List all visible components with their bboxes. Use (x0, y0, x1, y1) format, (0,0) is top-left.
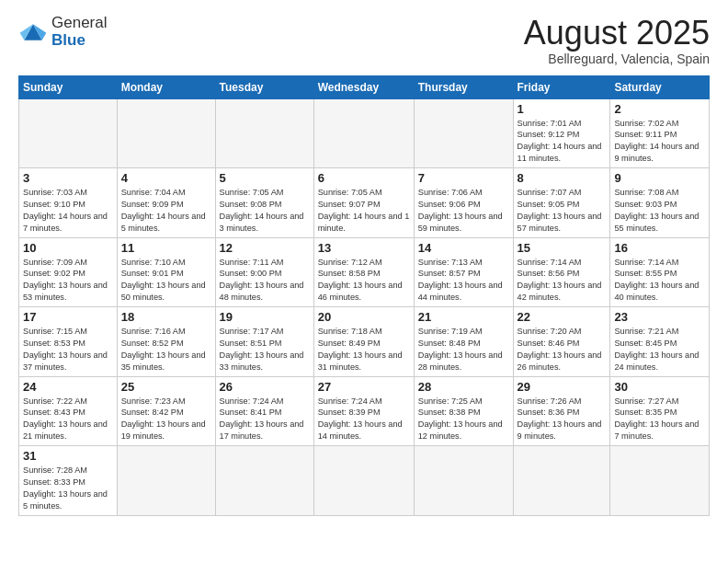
day-info: Sunrise: 7:28 AM Sunset: 8:33 PM Dayligh… (23, 465, 113, 512)
calendar-cell: 9Sunrise: 7:08 AM Sunset: 9:03 PM Daylig… (610, 168, 710, 238)
calendar-cell: 22Sunrise: 7:20 AM Sunset: 8:46 PM Dayli… (513, 307, 610, 377)
week-row-6: 31Sunrise: 7:28 AM Sunset: 8:33 PM Dayli… (19, 446, 710, 516)
calendar-table: SundayMondayTuesdayWednesdayThursdayFrid… (18, 75, 710, 516)
calendar-cell: 20Sunrise: 7:18 AM Sunset: 8:49 PM Dayli… (313, 307, 414, 377)
calendar-cell: 26Sunrise: 7:24 AM Sunset: 8:41 PM Dayli… (215, 376, 313, 446)
logo: General Blue (18, 15, 107, 49)
day-info: Sunrise: 7:20 AM Sunset: 8:46 PM Dayligh… (518, 326, 607, 373)
day-number: 9 (614, 171, 705, 185)
calendar-cell (610, 446, 710, 516)
week-row-4: 17Sunrise: 7:15 AM Sunset: 8:53 PM Dayli… (19, 307, 710, 377)
month-title: August 2025 (524, 15, 710, 52)
day-info: Sunrise: 7:07 AM Sunset: 9:05 PM Dayligh… (518, 187, 607, 235)
calendar-cell: 4Sunrise: 7:04 AM Sunset: 9:09 PM Daylig… (117, 168, 215, 238)
week-row-3: 10Sunrise: 7:09 AM Sunset: 9:02 PM Dayli… (19, 237, 710, 307)
day-number: 1 (518, 102, 607, 116)
day-number: 14 (418, 241, 509, 255)
day-info: Sunrise: 7:08 AM Sunset: 9:03 PM Dayligh… (614, 187, 705, 235)
day-number: 4 (121, 171, 211, 185)
day-number: 25 (121, 380, 211, 394)
day-number: 8 (518, 171, 607, 185)
weekday-header-monday: Monday (117, 75, 215, 98)
calendar-cell: 27Sunrise: 7:24 AM Sunset: 8:39 PM Dayli… (313, 376, 414, 446)
calendar-cell: 30Sunrise: 7:27 AM Sunset: 8:35 PM Dayli… (610, 376, 710, 446)
day-number: 28 (418, 380, 509, 394)
calendar-cell (117, 446, 215, 516)
day-info: Sunrise: 7:09 AM Sunset: 9:02 PM Dayligh… (23, 257, 113, 304)
day-info: Sunrise: 7:26 AM Sunset: 8:36 PM Dayligh… (518, 396, 607, 443)
calendar-cell: 21Sunrise: 7:19 AM Sunset: 8:48 PM Dayli… (414, 307, 513, 377)
day-number: 20 (318, 310, 410, 324)
day-info: Sunrise: 7:10 AM Sunset: 9:01 PM Dayligh… (121, 257, 211, 304)
day-number: 2 (614, 102, 705, 116)
calendar-cell: 25Sunrise: 7:23 AM Sunset: 8:42 PM Dayli… (117, 376, 215, 446)
calendar-cell: 12Sunrise: 7:11 AM Sunset: 9:00 PM Dayli… (215, 237, 313, 307)
day-info: Sunrise: 7:27 AM Sunset: 8:35 PM Dayligh… (614, 396, 705, 443)
day-number: 26 (220, 380, 310, 394)
calendar-cell: 14Sunrise: 7:13 AM Sunset: 8:57 PM Dayli… (414, 237, 513, 307)
day-info: Sunrise: 7:13 AM Sunset: 8:57 PM Dayligh… (418, 257, 509, 304)
day-info: Sunrise: 7:03 AM Sunset: 9:10 PM Dayligh… (23, 187, 113, 235)
day-number: 16 (614, 241, 705, 255)
week-row-2: 3Sunrise: 7:03 AM Sunset: 9:10 PM Daylig… (19, 168, 710, 238)
day-info: Sunrise: 7:14 AM Sunset: 8:55 PM Dayligh… (614, 257, 705, 304)
day-number: 21 (418, 310, 509, 324)
day-info: Sunrise: 7:23 AM Sunset: 8:42 PM Dayligh… (121, 396, 211, 443)
logo-icon (18, 19, 48, 45)
calendar-cell: 19Sunrise: 7:17 AM Sunset: 8:51 PM Dayli… (215, 307, 313, 377)
day-info: Sunrise: 7:19 AM Sunset: 8:48 PM Dayligh… (418, 326, 509, 373)
day-info: Sunrise: 7:04 AM Sunset: 9:09 PM Dayligh… (121, 187, 211, 235)
day-number: 3 (23, 171, 113, 185)
title-block: August 2025 Bellreguard, Valencia, Spain (524, 15, 710, 66)
day-info: Sunrise: 7:01 AM Sunset: 9:12 PM Dayligh… (518, 118, 607, 166)
calendar-cell: 11Sunrise: 7:10 AM Sunset: 9:01 PM Dayli… (117, 237, 215, 307)
page: General Blue August 2025 Bellreguard, Va… (0, 0, 728, 563)
calendar-cell: 15Sunrise: 7:14 AM Sunset: 8:56 PM Dayli… (513, 237, 610, 307)
day-number: 17 (23, 310, 113, 324)
day-info: Sunrise: 7:11 AM Sunset: 9:00 PM Dayligh… (220, 257, 310, 304)
calendar-cell: 6Sunrise: 7:05 AM Sunset: 9:07 PM Daylig… (313, 168, 414, 238)
calendar-cell: 10Sunrise: 7:09 AM Sunset: 9:02 PM Dayli… (19, 237, 118, 307)
location-subtitle: Bellreguard, Valencia, Spain (524, 52, 710, 66)
weekday-header-saturday: Saturday (610, 75, 710, 98)
day-info: Sunrise: 7:05 AM Sunset: 9:07 PM Dayligh… (318, 187, 410, 235)
day-info: Sunrise: 7:15 AM Sunset: 8:53 PM Dayligh… (23, 326, 113, 373)
calendar-cell: 8Sunrise: 7:07 AM Sunset: 9:05 PM Daylig… (513, 168, 610, 238)
day-info: Sunrise: 7:05 AM Sunset: 9:08 PM Dayligh… (220, 187, 310, 235)
calendar-cell: 3Sunrise: 7:03 AM Sunset: 9:10 PM Daylig… (19, 168, 118, 238)
day-number: 19 (220, 310, 310, 324)
day-info: Sunrise: 7:16 AM Sunset: 8:52 PM Dayligh… (121, 326, 211, 373)
calendar-cell (215, 98, 313, 168)
calendar-cell (117, 98, 215, 168)
header: General Blue August 2025 Bellreguard, Va… (18, 15, 710, 66)
day-number: 18 (121, 310, 211, 324)
calendar-cell: 31Sunrise: 7:28 AM Sunset: 8:33 PM Dayli… (19, 446, 118, 516)
day-number: 27 (318, 380, 410, 394)
calendar-cell: 18Sunrise: 7:16 AM Sunset: 8:52 PM Dayli… (117, 307, 215, 377)
calendar-cell (313, 446, 414, 516)
day-number: 6 (318, 171, 410, 185)
calendar-cell: 24Sunrise: 7:22 AM Sunset: 8:43 PM Dayli… (19, 376, 118, 446)
day-info: Sunrise: 7:17 AM Sunset: 8:51 PM Dayligh… (220, 326, 310, 373)
calendar-cell: 13Sunrise: 7:12 AM Sunset: 8:58 PM Dayli… (313, 237, 414, 307)
calendar-cell (19, 98, 118, 168)
weekday-header-sunday: Sunday (19, 75, 118, 98)
calendar-cell (513, 446, 610, 516)
day-info: Sunrise: 7:25 AM Sunset: 8:38 PM Dayligh… (418, 396, 509, 443)
day-info: Sunrise: 7:12 AM Sunset: 8:58 PM Dayligh… (318, 257, 410, 304)
day-info: Sunrise: 7:14 AM Sunset: 8:56 PM Dayligh… (518, 257, 607, 304)
weekday-header-wednesday: Wednesday (313, 75, 414, 98)
calendar-cell: 23Sunrise: 7:21 AM Sunset: 8:45 PM Dayli… (610, 307, 710, 377)
calendar-cell: 1Sunrise: 7:01 AM Sunset: 9:12 PM Daylig… (513, 98, 610, 168)
day-info: Sunrise: 7:21 AM Sunset: 8:45 PM Dayligh… (614, 326, 705, 373)
day-number: 23 (614, 310, 705, 324)
calendar-cell (313, 98, 414, 168)
calendar-cell: 7Sunrise: 7:06 AM Sunset: 9:06 PM Daylig… (414, 168, 513, 238)
day-number: 22 (518, 310, 607, 324)
day-info: Sunrise: 7:02 AM Sunset: 9:11 PM Dayligh… (614, 118, 705, 166)
day-info: Sunrise: 7:22 AM Sunset: 8:43 PM Dayligh… (23, 396, 113, 443)
calendar-cell: 28Sunrise: 7:25 AM Sunset: 8:38 PM Dayli… (414, 376, 513, 446)
day-info: Sunrise: 7:24 AM Sunset: 8:39 PM Dayligh… (318, 396, 410, 443)
day-number: 5 (220, 171, 310, 185)
day-number: 12 (220, 241, 310, 255)
